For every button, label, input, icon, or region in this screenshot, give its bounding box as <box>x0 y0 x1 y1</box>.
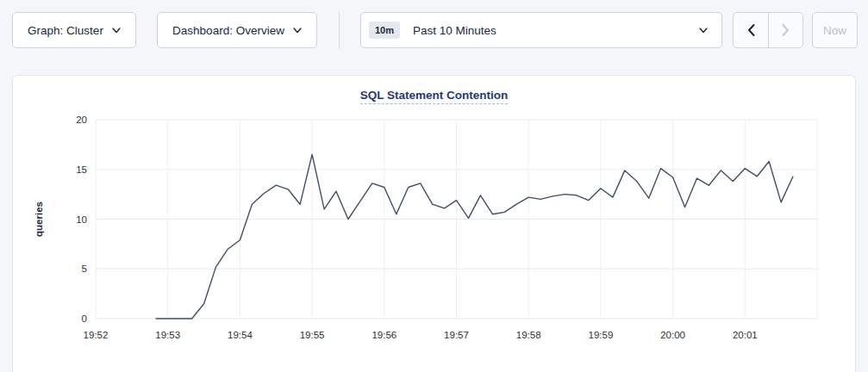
chevron-down-icon <box>112 28 121 34</box>
svg-text:0: 0 <box>82 313 87 324</box>
graph-dropdown-label: Graph: Cluster <box>28 24 103 37</box>
svg-text:20:00: 20:00 <box>660 330 685 340</box>
sql-contention-chart[interactable]: 19:5219:5319:5419:5519:5619:5719:5819:59… <box>13 109 857 368</box>
svg-text:10: 10 <box>76 214 87 225</box>
svg-text:19:52: 19:52 <box>84 330 109 340</box>
chevron-right-icon <box>781 23 790 37</box>
toolbar-divider <box>339 11 340 49</box>
time-nav-group <box>733 12 803 48</box>
chart-title-row: SQL Statement Contention <box>13 76 855 109</box>
toolbar: Graph: Cluster Dashboard: Overview 10m P… <box>0 0 868 49</box>
svg-text:19:54: 19:54 <box>228 330 253 340</box>
svg-text:19:56: 19:56 <box>372 330 397 340</box>
now-button[interactable]: Now <box>812 12 858 48</box>
time-next-button[interactable] <box>768 13 802 47</box>
svg-text:15: 15 <box>76 164 87 175</box>
svg-text:20:01: 20:01 <box>733 330 758 340</box>
svg-text:19:53: 19:53 <box>155 330 180 340</box>
chevron-down-icon <box>699 28 708 34</box>
graph-dropdown[interactable]: Graph: Cluster <box>12 12 136 48</box>
dashboard-dropdown-label: Dashboard: Overview <box>172 24 284 37</box>
chevron-down-icon <box>293 28 302 34</box>
chart-card: SQL Statement Contention 19:5219:5319:54… <box>12 75 856 372</box>
svg-text:20: 20 <box>76 115 87 125</box>
time-prev-button[interactable] <box>734 13 768 47</box>
time-range-badge: 10m <box>369 22 400 39</box>
svg-text:19:59: 19:59 <box>589 330 614 340</box>
svg-text:5: 5 <box>82 264 87 274</box>
svg-text:19:58: 19:58 <box>516 330 541 340</box>
svg-text:queries: queries <box>34 202 44 237</box>
chevron-left-icon <box>746 23 756 37</box>
time-range-label: Past 10 Minutes <box>413 24 699 37</box>
svg-text:19:57: 19:57 <box>444 330 469 340</box>
svg-text:19:55: 19:55 <box>300 330 325 340</box>
dashboard-dropdown[interactable]: Dashboard: Overview <box>157 12 317 48</box>
chart-title[interactable]: SQL Statement Contention <box>360 89 509 104</box>
time-range-picker[interactable]: 10m Past 10 Minutes <box>360 12 722 48</box>
